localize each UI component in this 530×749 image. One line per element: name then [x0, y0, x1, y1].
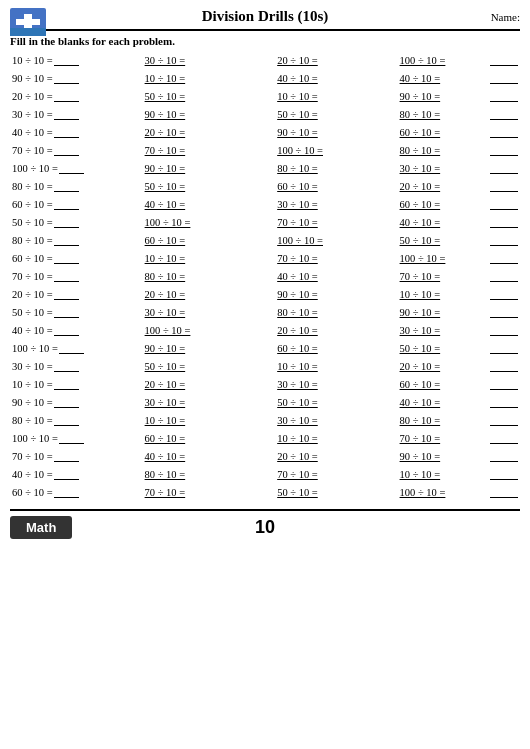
math-badge: Math	[10, 516, 72, 539]
answer-blank[interactable]	[59, 433, 84, 444]
problem-cell: 10 ÷ 10 =	[10, 375, 143, 393]
problem-cell: 70 ÷ 10 =	[275, 249, 397, 267]
answer-blank-right[interactable]	[490, 127, 518, 138]
problem-cell: 20 ÷ 10 =	[10, 87, 143, 105]
problem-cell: 80 ÷ 10 =	[398, 141, 520, 159]
answer-blank[interactable]	[54, 217, 79, 228]
answer-blank-right[interactable]	[490, 253, 518, 264]
answer-blank[interactable]	[54, 109, 79, 120]
problem-row: 50 ÷ 10 =100 ÷ 10 =70 ÷ 10 =40 ÷ 10 =	[10, 213, 520, 231]
problem-cell: 60 ÷ 10 =	[143, 429, 276, 447]
problem-cell: 60 ÷ 10 =	[10, 483, 143, 501]
problem-cell: 40 ÷ 10 =	[10, 321, 143, 339]
answer-blank-right[interactable]	[490, 145, 518, 156]
answer-blank[interactable]	[54, 379, 79, 390]
answer-blank[interactable]	[54, 253, 79, 264]
problem-cell: 60 ÷ 10 =	[398, 195, 520, 213]
answer-blank[interactable]	[54, 415, 79, 426]
answer-blank[interactable]	[54, 325, 79, 336]
answer-blank-right[interactable]	[490, 181, 518, 192]
problem-cell: 80 ÷ 10 =	[10, 177, 143, 195]
answer-blank-right[interactable]	[490, 109, 518, 120]
problem-cell: 90 ÷ 10 =	[10, 393, 143, 411]
problem-cell: 50 ÷ 10 =	[275, 483, 397, 501]
answer-blank-right[interactable]	[490, 289, 518, 300]
answer-blank[interactable]	[54, 469, 79, 480]
problem-cell: 30 ÷ 10 =	[398, 159, 520, 177]
answer-blank-right[interactable]	[490, 307, 518, 318]
page-title: Division Drills (10s)	[202, 8, 329, 25]
problem-row: 60 ÷ 10 =10 ÷ 10 =70 ÷ 10 =100 ÷ 10 =	[10, 249, 520, 267]
problem-cell: 100 ÷ 10 =	[143, 321, 276, 339]
problem-row: 100 ÷ 10 =90 ÷ 10 =60 ÷ 10 =50 ÷ 10 =	[10, 339, 520, 357]
problem-row: 40 ÷ 10 =20 ÷ 10 =90 ÷ 10 =60 ÷ 10 =	[10, 123, 520, 141]
answer-blank[interactable]	[54, 235, 79, 246]
problem-row: 70 ÷ 10 =80 ÷ 10 =40 ÷ 10 =70 ÷ 10 =	[10, 267, 520, 285]
answer-blank-right[interactable]	[490, 325, 518, 336]
answer-blank-right[interactable]	[490, 361, 518, 372]
problem-cell: 80 ÷ 10 =	[10, 231, 143, 249]
problem-cell: 10 ÷ 10 =	[275, 429, 397, 447]
problem-row: 80 ÷ 10 =60 ÷ 10 =100 ÷ 10 =50 ÷ 10 =	[10, 231, 520, 249]
answer-blank-right[interactable]	[490, 163, 518, 174]
page: Division Drills (10s) Name: Fill in the …	[0, 0, 530, 749]
problem-cell: 60 ÷ 10 =	[275, 339, 397, 357]
answer-blank-right[interactable]	[490, 235, 518, 246]
problem-cell: 50 ÷ 10 =	[398, 339, 520, 357]
problem-cell: 70 ÷ 10 =	[398, 267, 520, 285]
answer-blank-right[interactable]	[490, 55, 518, 66]
answer-blank-right[interactable]	[490, 433, 518, 444]
name-label: Name:	[491, 11, 520, 23]
problem-cell: 60 ÷ 10 =	[398, 123, 520, 141]
answer-blank[interactable]	[54, 127, 79, 138]
answer-blank-right[interactable]	[490, 451, 518, 462]
problem-cell: 30 ÷ 10 =	[10, 357, 143, 375]
answer-blank-right[interactable]	[490, 469, 518, 480]
problem-cell: 90 ÷ 10 =	[143, 159, 276, 177]
answer-blank-right[interactable]	[490, 91, 518, 102]
answer-blank[interactable]	[54, 181, 79, 192]
problem-cell: 80 ÷ 10 =	[143, 267, 276, 285]
answer-blank-right[interactable]	[490, 73, 518, 84]
answer-blank-right[interactable]	[490, 397, 518, 408]
answer-blank-right[interactable]	[490, 271, 518, 282]
answer-blank[interactable]	[54, 487, 79, 498]
problem-cell: 30 ÷ 10 =	[143, 393, 276, 411]
problem-cell: 10 ÷ 10 =	[275, 357, 397, 375]
problem-cell: 70 ÷ 10 =	[143, 483, 276, 501]
problem-cell: 30 ÷ 10 =	[398, 321, 520, 339]
answer-blank[interactable]	[54, 307, 79, 318]
problem-cell: 20 ÷ 10 =	[275, 51, 397, 69]
problem-cell: 40 ÷ 10 =	[143, 447, 276, 465]
problem-cell: 50 ÷ 10 =	[10, 213, 143, 231]
answer-blank-right[interactable]	[490, 343, 518, 354]
answer-blank[interactable]	[54, 73, 79, 84]
problem-cell: 50 ÷ 10 =	[143, 87, 276, 105]
answer-blank-right[interactable]	[490, 379, 518, 390]
answer-blank-right[interactable]	[490, 415, 518, 426]
problem-cell: 50 ÷ 10 =	[10, 303, 143, 321]
answer-blank-right[interactable]	[490, 487, 518, 498]
problem-row: 60 ÷ 10 =70 ÷ 10 =50 ÷ 10 =100 ÷ 10 =	[10, 483, 520, 501]
problem-row: 90 ÷ 10 =30 ÷ 10 =50 ÷ 10 =40 ÷ 10 =	[10, 393, 520, 411]
answer-blank-right[interactable]	[490, 217, 518, 228]
problem-cell: 40 ÷ 10 =	[275, 267, 397, 285]
answer-blank[interactable]	[54, 91, 79, 102]
answer-blank-right[interactable]	[490, 199, 518, 210]
answer-blank[interactable]	[54, 145, 79, 156]
problem-cell: 100 ÷ 10 =	[275, 141, 397, 159]
answer-blank[interactable]	[54, 271, 79, 282]
answer-blank[interactable]	[54, 55, 79, 66]
problem-cell: 20 ÷ 10 =	[398, 357, 520, 375]
problem-cell: 10 ÷ 10 =	[143, 69, 276, 87]
answer-blank[interactable]	[59, 343, 84, 354]
answer-blank[interactable]	[54, 361, 79, 372]
problem-row: 40 ÷ 10 =100 ÷ 10 =20 ÷ 10 =30 ÷ 10 =	[10, 321, 520, 339]
answer-blank[interactable]	[54, 451, 79, 462]
answer-blank[interactable]	[54, 199, 79, 210]
answer-blank[interactable]	[59, 163, 84, 174]
answer-blank[interactable]	[54, 397, 79, 408]
problem-cell: 40 ÷ 10 =	[398, 213, 520, 231]
problem-row: 10 ÷ 10 =20 ÷ 10 =30 ÷ 10 =60 ÷ 10 =	[10, 375, 520, 393]
answer-blank[interactable]	[54, 289, 79, 300]
